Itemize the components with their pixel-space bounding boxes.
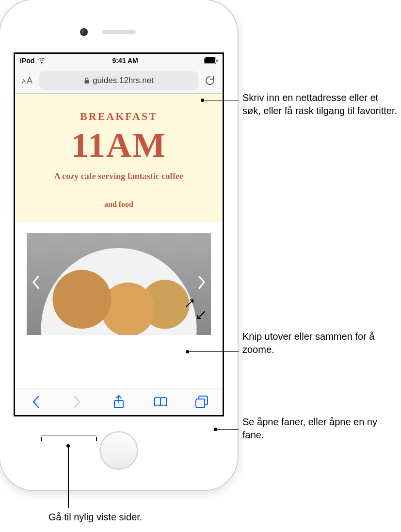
callout-text: Se åpne faner, eller åpne en ny fane. — [242, 416, 377, 440]
photo-image — [27, 233, 211, 335]
share-icon — [113, 395, 125, 409]
address-bar: AA guides.12hrs.net — [15, 67, 223, 94]
chevron-left-icon — [32, 396, 40, 408]
svg-rect-2 — [216, 60, 217, 62]
svg-rect-1 — [205, 58, 215, 63]
bottom-toolbar — [15, 388, 223, 415]
tabs-icon — [195, 395, 209, 409]
callout-text: Gå til nylig viste sider. — [48, 512, 142, 522]
bookmarks-button[interactable] — [149, 390, 172, 414]
reload-icon — [205, 75, 215, 86]
photo-carousel[interactable] — [15, 222, 223, 335]
battery-icon — [204, 57, 218, 64]
address-field[interactable]: guides.12hrs.net — [39, 71, 198, 90]
forward-button[interactable] — [65, 390, 89, 414]
chevron-left-icon[interactable] — [32, 276, 40, 293]
wifi-icon — [37, 57, 46, 64]
textsize-icon: AA — [21, 76, 34, 85]
ipod-device: iPod 9:41 AM AA guides.12hrs.net BREAKFA… — [0, 0, 238, 490]
share-button[interactable] — [107, 390, 130, 414]
home-button[interactable] — [99, 431, 138, 470]
svg-rect-5 — [85, 80, 89, 83]
device-camera — [80, 28, 88, 36]
reader-text-size-button[interactable]: AA — [18, 71, 37, 90]
hero-block: BREAKFAST 11AM A cozy cafe serving fanta… — [15, 94, 223, 222]
url-text: guides.12hrs.net — [93, 76, 154, 85]
svg-text:A: A — [27, 76, 32, 85]
callout-address: Skriv inn en nettadresse eller et søk, e… — [242, 91, 398, 117]
hero-title: 11AM — [20, 128, 218, 163]
book-icon — [153, 396, 168, 408]
chevron-right-icon[interactable] — [197, 276, 206, 293]
hero-kicker: BREAKFAST — [20, 110, 218, 123]
pinch-indicator-icon — [185, 299, 206, 321]
hero-tagline: and food — [20, 200, 218, 209]
tabs-button[interactable] — [190, 390, 213, 414]
svg-text:A: A — [22, 78, 26, 85]
screen: iPod 9:41 AM AA guides.12hrs.net BREAKFA… — [14, 52, 224, 416]
status-left: iPod — [20, 57, 46, 65]
reload-button[interactable] — [200, 71, 220, 90]
callout-pinch: Knip utover eller sammen for å zoome. — [242, 330, 393, 356]
device-speaker — [102, 30, 136, 34]
svg-rect-8 — [196, 399, 205, 408]
callout-history: Gå til nylig viste sider. — [48, 511, 142, 524]
status-right — [204, 57, 218, 64]
carrier-label: iPod — [20, 57, 34, 65]
callout-text: Skriv inn en nettadresse eller et søk, e… — [242, 92, 397, 116]
callout-text: Knip utover eller sammen for å zoome. — [242, 331, 374, 355]
lock-icon — [84, 77, 90, 84]
back-button[interactable] — [24, 390, 48, 414]
status-bar: iPod 9:41 AM — [15, 54, 223, 67]
chevron-right-icon — [73, 396, 81, 408]
hero-subtitle: A cozy cafe serving fantastic coffee — [20, 171, 218, 182]
status-time: 9:41 AM — [112, 57, 138, 65]
webpage-content[interactable]: BREAKFAST 11AM A cozy cafe serving fanta… — [15, 94, 223, 388]
callout-tabs: Se åpne faner, eller åpne en ny fane. — [242, 416, 393, 442]
